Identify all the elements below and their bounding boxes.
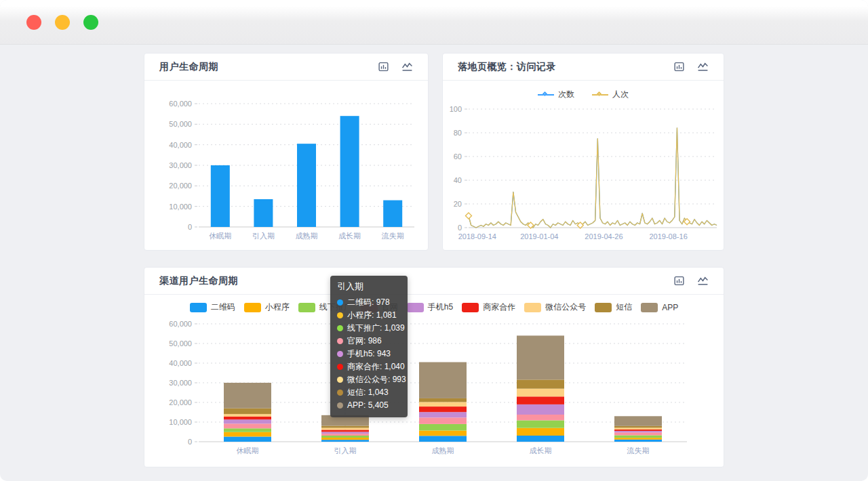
svg-text:流失期: 流失期 — [381, 232, 404, 240]
svg-text:60,000: 60,000 — [169, 320, 192, 328]
svg-text:10,000: 10,000 — [169, 203, 192, 211]
card-title: 渠道用户生命周期 — [159, 275, 238, 287]
svg-text:成长期: 成长期 — [530, 446, 552, 455]
stack-segment-二维码[interactable] — [321, 440, 369, 442]
svg-text:引入期: 引入期 — [252, 232, 275, 240]
data-point-marker — [465, 213, 471, 219]
svg-text:2019-01-04: 2019-01-04 — [520, 232, 558, 240]
svg-text:成熟期: 成熟期 — [432, 446, 454, 455]
stack-segment-APP[interactable] — [419, 362, 467, 398]
stack-segment-官网[interactable] — [224, 423, 271, 428]
tooltip-title: 引入期 — [337, 280, 401, 293]
card-channel-lifecycle: 渠道用户生命周期 二维码小程序线下推广官网手机h5商家合作微信公众号短信APP … — [144, 267, 724, 467]
card-header: 渠道用户生命周期 — [144, 268, 724, 295]
stack-segment-二维码[interactable] — [517, 436, 564, 442]
stack-segment-短信[interactable] — [321, 426, 369, 428]
stack-segment-商家合作[interactable] — [419, 406, 467, 412]
bar[interactable] — [340, 116, 359, 227]
card-title: 落地页概览：访问记录 — [458, 61, 556, 73]
minimize-window-button[interactable] — [55, 15, 70, 30]
stack-segment-小程序[interactable] — [224, 432, 271, 437]
line-chart-icon[interactable] — [697, 275, 709, 287]
tooltip-row: 商家合作: 1,040 — [337, 360, 401, 373]
line-chart-icon[interactable] — [697, 61, 709, 72]
stack-segment-小程序[interactable] — [321, 438, 369, 440]
channel-stacked-bar-chart[interactable]: 010,00020,00030,00040,00050,00060,000休眠期… — [144, 308, 725, 468]
series-dot-icon — [337, 377, 343, 383]
stack-segment-二维码[interactable] — [224, 436, 271, 442]
stack-segment-商家合作[interactable] — [614, 430, 662, 431]
stack-segment-线下推广[interactable] — [517, 420, 564, 427]
zoom-window-button[interactable] — [83, 15, 98, 30]
stack-segment-短信[interactable] — [419, 398, 467, 402]
svg-text:60: 60 — [454, 152, 462, 161]
stack-segment-线下推广[interactable] — [614, 435, 662, 438]
stack-segment-APP[interactable] — [517, 335, 564, 379]
y-axis: 020406080100 — [450, 105, 717, 232]
svg-text:0: 0 — [458, 224, 462, 232]
card-title: 用户生命周期 — [159, 61, 218, 73]
svg-text:60,000: 60,000 — [169, 100, 192, 108]
user-lifecycle-bar-chart[interactable]: 010,00020,00030,00040,00050,00060,000休眠期… — [144, 81, 429, 251]
line-chart-icon[interactable] — [401, 61, 413, 72]
bar[interactable] — [211, 165, 230, 227]
line-series[interactable] — [469, 128, 717, 228]
stack-segment-手机h5[interactable] — [517, 404, 564, 415]
stack-segment-微信公众号[interactable] — [321, 428, 369, 430]
stack-segment-短信[interactable] — [224, 409, 271, 414]
svg-text:30,000: 30,000 — [169, 379, 192, 387]
stack-segment-小程序[interactable] — [517, 428, 564, 436]
stack-segment-线下推广[interactable] — [321, 436, 369, 438]
bar[interactable] — [297, 144, 316, 227]
bar[interactable] — [254, 199, 273, 227]
stack-segment-手机h5[interactable] — [224, 419, 271, 423]
stack-segment-手机h5[interactable] — [419, 412, 467, 417]
stack-segment-小程序[interactable] — [419, 430, 467, 436]
bar[interactable] — [383, 201, 402, 227]
stack-segment-APP[interactable] — [614, 416, 662, 426]
stack-segment-微信公众号[interactable] — [224, 414, 271, 417]
stack-segment-官网[interactable] — [517, 415, 564, 420]
svg-text:成熟期: 成熟期 — [296, 232, 318, 240]
stack-segment-微信公众号[interactable] — [419, 402, 467, 406]
stack-segment-线下推广[interactable] — [419, 424, 467, 431]
close-window-button[interactable] — [26, 15, 41, 30]
tooltip-items: 二维码: 978小程序: 1,081线下推广: 1,039官网: 986手机h5… — [337, 296, 401, 412]
stack-segment-小程序[interactable] — [614, 438, 662, 440]
stack-segment-线下推广[interactable] — [224, 428, 271, 432]
stack-segment-商家合作[interactable] — [224, 417, 271, 419]
save-image-icon[interactable] — [378, 61, 389, 72]
stack-segment-官网[interactable] — [614, 432, 662, 435]
stack-segment-手机h5[interactable] — [614, 431, 662, 432]
stack-segment-微信公众号[interactable] — [517, 389, 564, 397]
landing-line-chart[interactable]: 0204060801002018-09-142019-01-042019-04-… — [443, 96, 725, 250]
svg-text:2018-09-14: 2018-09-14 — [458, 232, 496, 240]
svg-text:休眠期: 休眠期 — [209, 232, 231, 240]
tooltip-row: 二维码: 978 — [337, 296, 401, 309]
stack-segment-手机h5[interactable] — [321, 432, 369, 434]
save-image-icon[interactable] — [673, 61, 685, 72]
card-landing-overview: 落地页概览：访问记录 次数人次 0204060801002018-09-1420… — [442, 53, 724, 251]
tooltip-row: 线下推广: 1,039 — [337, 322, 401, 335]
stack-segment-商家合作[interactable] — [517, 396, 564, 404]
stack-segment-官网[interactable] — [419, 417, 467, 424]
stack-segment-微信公众号[interactable] — [614, 427, 662, 430]
stack-segment-官网[interactable] — [321, 434, 369, 436]
svg-text:10,000: 10,000 — [169, 418, 192, 426]
stack-segment-二维码[interactable] — [614, 440, 662, 442]
stack-segment-短信[interactable] — [517, 379, 564, 388]
stack-segment-APP[interactable] — [224, 383, 271, 409]
stack-segment-短信[interactable] — [614, 426, 662, 428]
stack-segment-商家合作[interactable] — [321, 430, 369, 432]
stack-segment-二维码[interactable] — [419, 436, 467, 442]
svg-text:20,000: 20,000 — [169, 182, 192, 190]
save-image-icon[interactable] — [673, 275, 685, 287]
svg-text:流失期: 流失期 — [627, 446, 650, 455]
tooltip-row: 小程序: 1,081 — [337, 309, 401, 322]
svg-text:20: 20 — [454, 200, 462, 208]
data-point-marker — [684, 219, 690, 225]
tooltip-row: APP: 5,405 — [337, 399, 401, 412]
svg-text:50,000: 50,000 — [169, 339, 192, 348]
series-dot-icon — [337, 402, 343, 409]
svg-text:引入期: 引入期 — [334, 446, 357, 455]
